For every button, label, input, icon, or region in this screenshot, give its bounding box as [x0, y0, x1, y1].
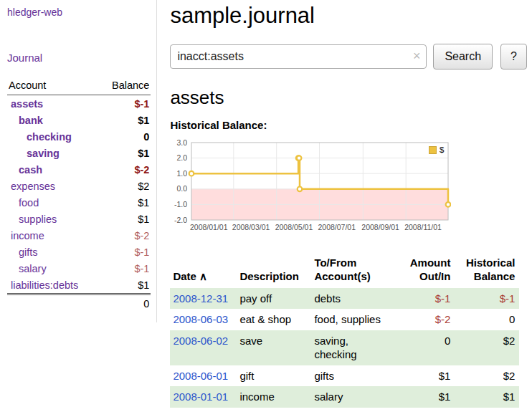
journal-link[interactable]: Journal [7, 52, 42, 64]
transaction-amount: $-2 [402, 309, 455, 330]
register-table: Date ∧DescriptionTo/From Account(s)Amoun… [170, 254, 519, 408]
transaction-description: eat & shop [239, 309, 314, 330]
svg-text:2.0: 2.0 [177, 153, 188, 162]
transaction-amount: $1 [402, 365, 455, 387]
transaction-accounts: gifts [314, 365, 402, 387]
svg-text:0.0: 0.0 [177, 184, 188, 193]
transaction-balance: 0 [455, 309, 519, 330]
accounts-header-account: Account [7, 77, 100, 95]
account-link-income[interactable]: income [11, 230, 44, 241]
accounts-header-row: Account Balance [7, 77, 151, 95]
transaction-accounts: debts [314, 288, 402, 310]
sidebar: hledger-web Journal Account Balance asse… [0, 0, 157, 322]
transaction-description: gift [239, 365, 314, 387]
chart-heading: Historical Balance: [170, 119, 527, 131]
legend-swatch-icon [429, 146, 437, 154]
account-row: saving$1 [7, 145, 151, 161]
account-row: salary$-1 [7, 260, 151, 277]
account-balance: $2 [100, 178, 151, 194]
main-content: sample.journal × Search ? assets Histori… [157, 0, 532, 417]
account-row: expenses$2 [7, 178, 151, 194]
account-link-salary[interactable]: salary [19, 263, 47, 274]
page-title: sample.journal [170, 3, 527, 29]
account-balance: $1 [100, 194, 151, 211]
register-row: 2008-01-01incomesalary$1$1 [170, 386, 519, 408]
account-balance: 0 [100, 128, 151, 145]
transaction-accounts: saving, checking [314, 330, 402, 365]
register-row: 2008-06-02savesaving, checking0$2 [170, 330, 519, 365]
account-row: cash$-2 [7, 161, 151, 178]
transaction-description: pay off [239, 288, 314, 310]
account-balance: $-1 [100, 95, 151, 112]
accounts-total-row: 0 [7, 294, 151, 312]
register-row: 2008-06-01giftgifts$1$2 [170, 365, 519, 387]
transaction-amount: $-1 [402, 288, 455, 310]
account-link-supplies[interactable]: supplies [19, 214, 57, 225]
account-balance: $1 [100, 112, 151, 128]
transaction-date-link[interactable]: 2008-06-02 [173, 335, 228, 347]
account-balance: $-1 [100, 260, 151, 277]
sidebar-nav: Journal [7, 52, 151, 64]
chart-canvas: 3.02.01.00.0-1.0-2.02008/01/012008/03/01… [170, 140, 451, 240]
accounts-header-balance: Balance [100, 77, 151, 95]
transaction-accounts: food, supplies [314, 309, 402, 330]
register-header-to: To/From Account(s) [314, 254, 402, 288]
account-row: food$1 [7, 194, 151, 211]
transaction-description: save [239, 330, 314, 365]
account-link-saving[interactable]: saving [27, 148, 60, 159]
transaction-amount: $1 [402, 386, 455, 408]
account-balance: $1 [100, 277, 151, 294]
account-link-cash[interactable]: cash [19, 164, 42, 176]
account-link-liabilities-debts[interactable]: liabilities:debts [11, 279, 78, 291]
transaction-balance: $2 [455, 330, 519, 365]
svg-text:-2.0: -2.0 [174, 216, 187, 224]
chart-legend: $ [427, 145, 445, 155]
transaction-accounts: salary [314, 386, 402, 408]
clear-search-icon[interactable]: × [413, 49, 421, 64]
transaction-date-link[interactable]: 2008-06-03 [173, 313, 228, 325]
transaction-description: income [239, 386, 314, 408]
svg-text:2008/03/01: 2008/03/01 [232, 223, 270, 231]
register-header-historical: Historical Balance [455, 254, 519, 288]
account-heading: assets [170, 87, 527, 109]
search-row: × Search ? [170, 44, 527, 70]
account-row: supplies$1 [7, 211, 151, 227]
sort-ascending-icon: ∧ [196, 270, 207, 282]
register-row: 2008-06-03eat & shopfood, supplies$-20 [170, 309, 519, 330]
search-input[interactable] [170, 44, 427, 69]
register-header-description: Description [239, 254, 314, 288]
account-balance: $-1 [100, 244, 151, 260]
svg-text:1.0: 1.0 [177, 169, 188, 178]
legend-label: $ [440, 145, 444, 154]
account-balance: $-2 [100, 161, 151, 178]
account-link-bank[interactable]: bank [19, 115, 43, 126]
transaction-amount: 0 [402, 330, 455, 365]
transaction-date-link[interactable]: 2008-12-31 [173, 292, 228, 305]
accounts-total: 0 [100, 294, 151, 312]
account-row: liabilities:debts$1 [7, 277, 151, 294]
hledger-web-app: hledger-web Journal Account Balance asse… [0, 0, 532, 417]
account-balance: $1 [100, 211, 151, 227]
account-row: bank$1 [7, 112, 151, 128]
account-balance: $1 [100, 145, 151, 161]
register-header-amount: Amount Out/In [402, 254, 455, 288]
account-row: assets$-1 [7, 95, 151, 112]
search-button[interactable]: Search [433, 44, 493, 70]
account-link-checking[interactable]: checking [27, 131, 72, 143]
register-row: 2008-12-31pay offdebts$-1$-1 [170, 288, 519, 310]
transaction-balance: $-1 [455, 288, 519, 310]
account-row: gifts$-1 [7, 244, 151, 260]
transaction-date-link[interactable]: 2008-06-01 [173, 370, 228, 382]
app-title-link[interactable]: hledger-web [7, 6, 62, 18]
account-link-food[interactable]: food [19, 197, 39, 208]
svg-text:2008/11/01: 2008/11/01 [405, 223, 442, 231]
accounts-table: Account Balance assets$-1bank$1checking0… [7, 77, 151, 312]
account-balance: $-2 [100, 227, 151, 244]
account-link-gifts[interactable]: gifts [19, 246, 38, 258]
account-link-expenses[interactable]: expenses [11, 181, 55, 192]
svg-text:2008/01/01: 2008/01/01 [190, 223, 228, 231]
transaction-date-link[interactable]: 2008-01-01 [173, 390, 228, 403]
account-link-assets[interactable]: assets [11, 98, 43, 110]
help-button[interactable]: ? [500, 44, 527, 70]
register-header-date[interactable]: Date ∧ [170, 254, 239, 288]
